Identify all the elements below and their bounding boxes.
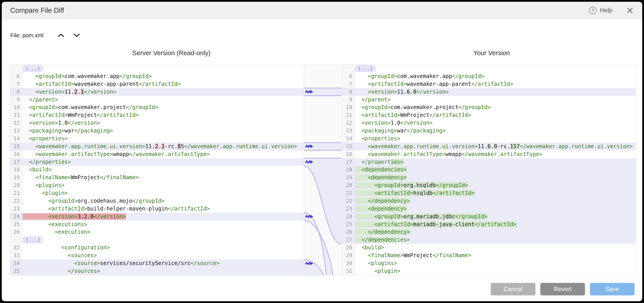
code-line: 10 <groupId>com.wavemaker.project</group… [10, 104, 304, 111]
code-text: </dependency> [355, 197, 636, 205]
line-number: 22 [10, 197, 22, 205]
code-text: <version>11.2.1</version> [22, 88, 304, 96]
code-line: 23 <dependency> [342, 205, 636, 213]
code-text: <groupId>com.wavemaker.app</groupId> [22, 72, 304, 80]
line-number: 17 [342, 158, 355, 166]
revert-button[interactable]: Revert [540, 283, 585, 296]
code-line: 24 <groupId>org.mariadb.jdbc</groupId> [342, 213, 636, 220]
line-number: 15 [10, 142, 22, 150]
code-line: 16 <wavemaker.artifactType>wmapp</wavema… [342, 150, 636, 158]
code-line: 19 <finalName>WmProject</finalName> [10, 174, 304, 182]
line-number: 24 [10, 213, 22, 220]
code-line: 27 </dependencies> [342, 236, 636, 244]
close-icon[interactable] [626, 7, 634, 14]
server-version-pane[interactable]: (...)6 <groupId>com.wavemaker.app</group… [10, 64, 304, 275]
code-text: </dependency> [355, 228, 636, 236]
code-text: <artifactId>hsqldb</artifactId> [355, 189, 636, 197]
code-line: (...) [10, 64, 304, 72]
code-text: <artifactId>WmProject</artifactId> [22, 111, 304, 119]
code-text: <version>1.0</version> [22, 119, 304, 127]
line-number: 28 [342, 244, 355, 252]
code-text: <dependency> [355, 174, 636, 182]
code-line: 18 <dependencies> [342, 166, 636, 174]
line-number: 16 [10, 150, 22, 158]
code-line: 8 <version>11.6.0</version> [342, 88, 636, 96]
pane-headers: Server Version (Read-only) Your Version [2, 42, 642, 64]
line-number: 26 [342, 228, 355, 236]
chevron-down-icon [73, 33, 80, 38]
code-line: 6 <groupId>com.wavemaker.app</groupId> [10, 72, 304, 80]
code-text: <groupId>org.hsqldb</groupId> [355, 182, 636, 189]
code-text: <plugin> [355, 267, 636, 275]
code-text: <finalName>WmProject</finalName> [355, 252, 636, 260]
code-line: 23 <artifactId>build-helper-maven-plugin… [10, 205, 304, 213]
line-number: 11 [342, 111, 355, 119]
code-line: 12 <version>1.0</version> [10, 119, 304, 127]
code-line: 20 <plugins> [10, 182, 304, 189]
line-number: 33 [10, 252, 22, 260]
next-diff-button[interactable] [70, 30, 83, 40]
merge-change-arrow-icon[interactable] [305, 214, 314, 219]
line-number: 7 [342, 80, 355, 88]
code-text: <wavemaker.app.runtime.ui.version>11.2.1… [22, 142, 304, 150]
cancel-button[interactable]: Cancel [491, 283, 536, 296]
code-line: 22 <groupId>org.codehaus.mojo</groupId> [10, 197, 304, 205]
code-text: <plugins> [22, 182, 304, 189]
code-text: <wavemaker.artifactType>wmapp</wavemaker… [22, 150, 304, 158]
code-line: (...) [342, 64, 636, 72]
line-number: 23 [342, 205, 355, 213]
code-line: 21 <plugin> [10, 189, 304, 197]
code-text: <dependency> [355, 205, 636, 213]
line-number: 18 [342, 166, 355, 174]
line-number: 23 [10, 205, 22, 213]
line-number: 9 [10, 96, 22, 104]
code-line: 17 </properties> [342, 158, 636, 166]
code-text: <groupId>org.mariadb.jdbc</groupId> [355, 213, 636, 220]
code-text: <wavemaker.artifactType>wmapp</wavemaker… [355, 150, 636, 158]
line-number: 7 [10, 80, 22, 88]
help-button[interactable]: ? Help [589, 7, 612, 14]
collapsed-region-badge[interactable]: (...) [22, 65, 43, 72]
line-number [342, 64, 355, 72]
server-version-heading: Server Version (Read-only) [2, 50, 341, 57]
merge-change-arrow-icon[interactable] [305, 144, 314, 149]
help-circle-icon: ? [589, 7, 597, 14]
code-text: <artifactId>wavemaker-app-parent</artifa… [355, 80, 636, 88]
code-line: 9 </parent> [10, 96, 304, 104]
code-line: 24 <version>3.2.0</version> [10, 213, 304, 220]
your-version-pane[interactable]: (...)6 <groupId>com.wavemaker.app</group… [342, 64, 636, 275]
line-number [10, 64, 22, 72]
footer-actions: Cancel Revert Save [491, 283, 634, 296]
save-button[interactable]: Save [590, 283, 634, 296]
line-number: 16 [342, 150, 355, 158]
code-line: 26 <execution> [10, 228, 304, 236]
file-name-label: File: pom.xml [10, 32, 44, 39]
collapsed-region-badge[interactable]: (...) [355, 65, 376, 72]
code-line: 29 <finalName>WmProject</finalName> [342, 252, 636, 260]
code-text: <version>3.2.0</version> [22, 213, 304, 220]
code-line: (...) [10, 236, 304, 244]
collapsed-region-line: (...) [355, 64, 636, 72]
code-line: 15 <wavemaker.app.runtime.ui.version>11.… [10, 142, 304, 150]
code-text: <artifactId>wavemaker-app-parent</artifa… [22, 80, 304, 88]
line-number: 25 [342, 220, 355, 228]
line-number: 9 [342, 96, 355, 104]
line-number: 10 [10, 104, 22, 111]
line-number: 19 [342, 174, 355, 182]
collapsed-region-badge[interactable]: (...) [22, 236, 43, 243]
line-number: 6 [10, 72, 22, 80]
previous-diff-button[interactable] [55, 30, 67, 40]
merge-change-arrow-icon[interactable] [305, 90, 314, 94]
code-text: <finalName>WmProject</finalName> [22, 174, 304, 182]
code-text: <packaging>war</packaging> [355, 127, 636, 135]
merge-change-arrow-icon[interactable] [305, 160, 314, 164]
line-number: 21 [10, 189, 22, 197]
code-line: 6 <groupId>com.wavemaker.app</groupId> [342, 72, 636, 80]
collapsed-region-line: (...) [22, 64, 304, 72]
code-text: </properties> [22, 158, 304, 166]
code-line: 14 <properties> [10, 135, 304, 142]
merge-change-arrow-icon[interactable] [305, 261, 314, 266]
line-number: 20 [342, 182, 355, 189]
line-number: 32 [10, 244, 22, 252]
code-line: 18 <build> [10, 166, 304, 174]
